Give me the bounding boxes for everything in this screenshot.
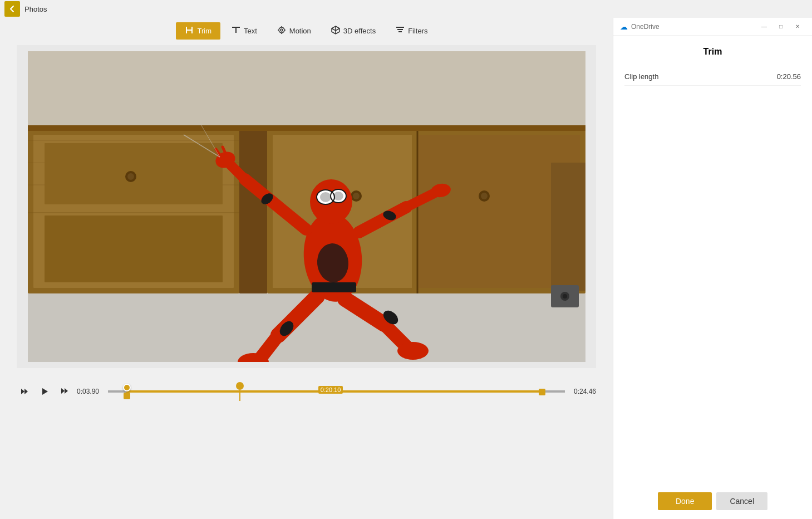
onedrive-icon: ☁ [620,22,628,31]
current-time: 0:03.90 [77,388,104,395]
minimize-button[interactable]: — [756,21,772,33]
svg-rect-62 [312,282,356,292]
app-name: Photos [24,5,47,13]
main-layout: Trim Text [0,18,812,519]
svg-rect-22 [239,129,267,293]
trim-handle-right[interactable] [539,388,545,395]
filters-icon [396,26,405,36]
right-panel: ☁ OneDrive — □ ✕ Trim Clip length 0:20.5… [613,18,812,519]
back-button[interactable] [4,1,20,17]
timeline-timestamp: 0:20.10 [318,386,343,394]
done-button[interactable]: Done [658,492,712,510]
cancel-button[interactable]: Cancel [716,492,767,510]
timeline-track[interactable]: 0:20.10 [108,390,565,393]
toolbar: Trim Text [17,18,596,45]
svg-point-1 [280,29,283,31]
svg-point-31 [481,193,488,199]
trim-icon [185,26,194,36]
svg-rect-33 [551,163,585,291]
svg-point-40 [320,192,331,202]
motion-icon [277,26,286,36]
right-panel-app-name: OneDrive [631,23,660,31]
trim-handle-bar-right [539,389,545,395]
close-button[interactable]: ✕ [790,21,805,33]
right-panel-app-title: ☁ OneDrive [620,22,660,31]
svg-rect-32 [28,125,585,131]
filters-button[interactable]: Filters [387,22,436,40]
right-panel-footer: Done Cancel [613,483,812,519]
editor-area: Trim Text [0,18,613,519]
trim-button[interactable]: Trim [176,22,220,40]
clip-length-value: 0:20.56 [777,72,801,81]
svg-point-0 [279,27,284,33]
svg-rect-7 [397,29,403,30]
trim-handle-left[interactable] [123,384,131,399]
trim-title: Trim [624,47,801,57]
timeline-inactive-right [542,390,565,393]
svg-point-29 [353,193,360,199]
play-button[interactable] [37,384,52,399]
step-forward-button[interactable] [57,384,72,399]
motion-button[interactable]: Motion [268,22,320,40]
svg-rect-8 [398,31,402,32]
playback-controls: 0:03.90 0:20.10 [17,368,596,408]
maximize-button[interactable]: □ [773,21,789,33]
3d-effects-icon [331,26,340,36]
svg-rect-19 [45,216,223,282]
rewind-button[interactable] [17,384,32,399]
end-time: 0:24.46 [569,388,596,395]
svg-point-60 [397,342,429,360]
text-button[interactable]: Text [223,22,266,40]
clip-length-label: Clip length [624,72,658,81]
window-controls: — □ ✕ [756,21,805,33]
trim-handle-bar-left [124,393,130,399]
right-panel-titlebar: ☁ OneDrive — □ ✕ [613,18,812,36]
clip-info-row: Clip length 0:20.56 [624,68,801,86]
titlebar: Photos [0,0,812,18]
3d-effects-button[interactable]: 3D effects [322,22,385,40]
video-frame [28,51,585,362]
video-preview [17,45,596,368]
svg-point-21 [127,173,134,180]
playhead-circle [236,382,244,390]
trim-handle-circle-left [123,384,131,391]
right-panel-content: Trim Clip length 0:20.56 [613,36,812,483]
svg-point-67 [563,294,567,298]
svg-rect-6 [396,27,404,28]
playhead-line [239,390,240,401]
timeline[interactable]: 0:20.10 [108,375,565,408]
playhead[interactable] [236,382,244,401]
text-icon [232,26,240,36]
